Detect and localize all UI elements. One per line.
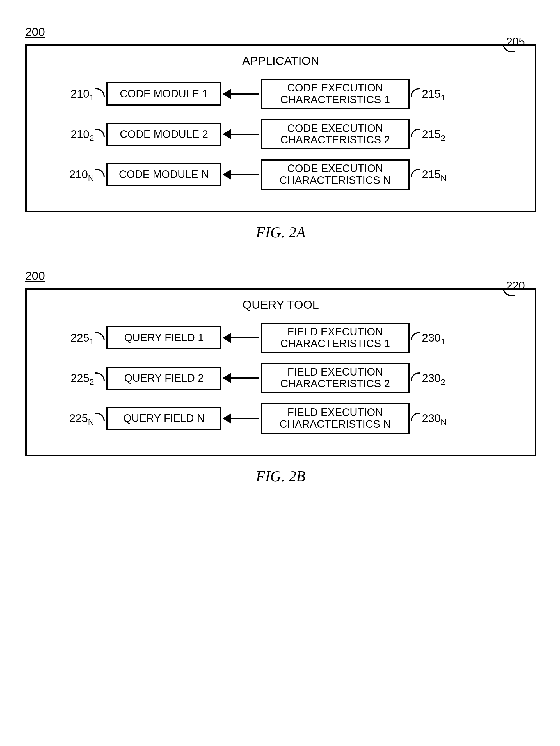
row-a-2: 2102 CODE MODULE 2 CODE EXECUTION CHARAC… [44, 119, 518, 150]
row-a-1: 2101 CODE MODULE 1 CODE EXECUTION CHARAC… [44, 79, 518, 109]
arrow-icon [223, 89, 259, 99]
left-ref: 2102 [44, 128, 94, 141]
left-ref: 2252 [44, 372, 94, 384]
row-a-3: 210N CODE MODULE N CODE EXECUTION CHARAC… [44, 160, 518, 190]
right-ref: 2301 [422, 332, 478, 344]
field-exec-box: FIELD EXECUTION CHARACTERISTICS 2 [261, 363, 410, 393]
query-field-box: QUERY FIELD 2 [106, 367, 222, 390]
left-ref: 210N [44, 168, 94, 181]
container-ref-b: 220 [506, 279, 525, 292]
code-module-box: CODE MODULE N [106, 163, 222, 186]
figure-ref-b: 200 [25, 269, 548, 283]
query-field-box: QUERY FIELD 1 [106, 326, 222, 349]
field-exec-box: FIELD EXECUTION CHARACTERISTICS N [261, 403, 410, 434]
arrow-icon [223, 170, 259, 180]
field-exec-box: FIELD EXECUTION CHARACTERISTICS 1 [261, 323, 410, 353]
left-ref: 225N [44, 412, 94, 425]
box-right-line: CHARACTERISTICS 1 [280, 94, 390, 106]
container-title-b: QUERY TOOL [44, 298, 518, 312]
arrow-icon [223, 413, 259, 424]
container-wrap-a: 205 APPLICATION 2101 CODE MODULE 1 CODE … [25, 44, 536, 212]
figure-ref-a: 200 [25, 25, 548, 39]
row-b-3: 225N QUERY FIELD N FIELD EXECUTION CHARA… [44, 403, 518, 434]
code-module-box: CODE MODULE 2 [106, 123, 222, 146]
box-right-line: CHARACTERISTICS N [280, 174, 391, 186]
application-container: APPLICATION 2101 CODE MODULE 1 CODE EXEC… [25, 44, 536, 212]
query-tool-container: QUERY TOOL 2251 QUERY FIELD 1 FIELD EXEC… [25, 288, 536, 456]
box-right-line: CODE EXECUTION [287, 163, 383, 174]
figure-caption-a: FIG. 2A [14, 224, 548, 241]
left-ref: 2251 [44, 332, 94, 344]
right-ref: 215N [422, 168, 478, 181]
box-right-line: CHARACTERISTICS 1 [280, 338, 390, 349]
page: 200 205 APPLICATION 2101 CODE MODULE 1 C… [14, 25, 548, 485]
box-right-line: CHARACTERISTICS 2 [280, 378, 390, 390]
figure-caption-b: FIG. 2B [14, 467, 548, 485]
container-wrap-b: 220 QUERY TOOL 2251 QUERY FIELD 1 FIELD … [25, 288, 536, 456]
container-title-a: APPLICATION [44, 54, 518, 68]
right-ref: 2302 [422, 372, 478, 384]
code-module-box: CODE MODULE 1 [106, 82, 222, 106]
code-exec-box: CODE EXECUTION CHARACTERISTICS N [261, 160, 410, 190]
container-ref-a: 205 [506, 35, 525, 48]
right-ref: 2152 [422, 128, 478, 141]
row-b-1: 2251 QUERY FIELD 1 FIELD EXECUTION CHARA… [44, 323, 518, 353]
query-field-box: QUERY FIELD N [106, 407, 222, 430]
box-right-line: CHARACTERISTICS 2 [280, 134, 390, 146]
box-right-line: CODE EXECUTION [287, 122, 383, 134]
box-right-line: CODE EXECUTION [287, 82, 383, 94]
box-right-line: FIELD EXECUTION [287, 326, 383, 338]
box-right-line: CHARACTERISTICS N [280, 418, 391, 430]
arrow-icon [223, 333, 259, 343]
arrow-icon [223, 129, 259, 139]
row-b-2: 2252 QUERY FIELD 2 FIELD EXECUTION CHARA… [44, 363, 518, 393]
arrow-icon [223, 373, 259, 383]
box-right-line: FIELD EXECUTION [287, 366, 383, 378]
code-exec-box: CODE EXECUTION CHARACTERISTICS 2 [261, 119, 410, 150]
left-ref: 2101 [44, 88, 94, 100]
box-right-line: FIELD EXECUTION [287, 406, 383, 418]
right-ref: 2151 [422, 88, 478, 100]
code-exec-box: CODE EXECUTION CHARACTERISTICS 1 [261, 79, 410, 109]
right-ref: 230N [422, 412, 478, 425]
